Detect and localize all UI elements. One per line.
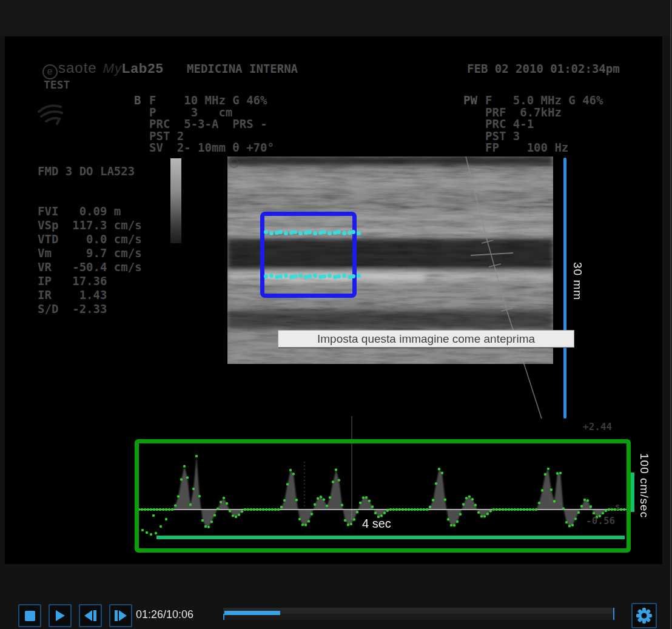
envelope-dot: [223, 497, 225, 499]
envelope-dot: [423, 508, 425, 511]
settings-button[interactable]: [631, 603, 657, 628]
cyan-dot: [342, 274, 346, 278]
envelope-dot: [529, 508, 531, 511]
envelope-dot: [414, 508, 416, 511]
envelope-dot: [295, 499, 298, 501]
time-scale-bar: [156, 536, 625, 539]
envelope-dot: [335, 468, 337, 471]
envelope-dot: [486, 513, 489, 515]
envelope-dot: [435, 482, 437, 485]
envelope-dot: [462, 503, 465, 505]
envelope-dot: [477, 511, 480, 514]
envelope-dot: [286, 483, 289, 485]
envelope-dot: [620, 508, 622, 511]
envelope-dot: [329, 496, 331, 499]
model-name: Lab25: [122, 61, 164, 76]
envelope-dot: [350, 523, 352, 525]
envelope-dot: [165, 518, 167, 520]
envelope-dot: [174, 504, 176, 506]
envelope-dot: [277, 508, 280, 511]
envelope-dot: [402, 508, 404, 511]
envelope-dot: [156, 508, 158, 511]
envelope-dot: [411, 508, 413, 511]
envelope-dot: [383, 512, 386, 514]
envelope-dot: [186, 476, 189, 479]
envelope-dot: [171, 508, 173, 511]
envelope-dot: [220, 501, 222, 503]
playback-progress-bar[interactable]: [223, 608, 614, 620]
envelope-dot: [605, 510, 607, 512]
envelope-dot: [583, 499, 586, 501]
envelope-dot: [417, 508, 419, 511]
envelope-dot: [226, 502, 228, 505]
envelope-dot: [298, 518, 301, 520]
envelope-dot: [195, 455, 198, 457]
envelope-dot: [526, 508, 528, 511]
envelope-dot: [201, 519, 204, 522]
envelope-dot: [577, 511, 580, 514]
envelope-dot: [344, 519, 346, 522]
envelope-dot: [489, 510, 492, 512]
top-bar: [0, 0, 672, 36]
next-frame-button[interactable]: [109, 604, 132, 627]
model-prefix: My: [103, 61, 122, 76]
cyan-dot: [328, 231, 332, 235]
envelope-dot: [150, 533, 152, 536]
envelope-dot: [392, 508, 395, 511]
envelope-dot: [238, 513, 240, 516]
envelope-dot: [150, 508, 152, 511]
vessel-roi-box: [260, 212, 357, 298]
cyan-dot: [328, 274, 332, 278]
step-back-bar-icon: [93, 610, 96, 621]
envelope-dot: [153, 508, 155, 511]
envelope-dot: [456, 520, 459, 523]
envelope-dot: [574, 517, 577, 520]
envelope-dot: [480, 515, 483, 517]
pw-mode-label: PW: [463, 95, 477, 107]
envelope-dot: [556, 472, 559, 474]
envelope-dot: [483, 515, 486, 517]
envelope-dot: [386, 510, 389, 512]
envelope-dot: [155, 532, 157, 534]
envelope-dot: [520, 508, 522, 511]
stop-button[interactable]: [18, 604, 41, 627]
velocity-max-label: +2.44: [583, 421, 612, 432]
envelope-dot: [532, 508, 534, 511]
envelope-dot: [301, 523, 304, 526]
step-forward-bar-icon: [115, 610, 118, 621]
play-button[interactable]: [49, 604, 72, 627]
velocity-scale-label: 100 cm/sec: [637, 453, 651, 518]
envelope-dot: [441, 471, 443, 474]
envelope-dot: [341, 503, 343, 506]
envelope-dot: [253, 508, 255, 511]
cyan-dot: [264, 274, 268, 278]
envelope-dot: [162, 508, 164, 511]
envelope-dot: [523, 508, 525, 511]
envelope-dot: [426, 508, 428, 511]
cyan-dot: [313, 231, 317, 235]
envelope-dot: [353, 518, 355, 520]
envelope-dot: [590, 505, 592, 508]
previous-frame-button[interactable]: [79, 604, 102, 627]
envelope-dot: [271, 508, 274, 511]
velocity-scale-bar: [631, 473, 634, 512]
grayscale-bar: [170, 158, 181, 243]
envelope-dot: [499, 508, 501, 511]
cyan-dot: [278, 274, 283, 278]
envelope-dot: [468, 495, 471, 497]
envelope-dot: [541, 489, 543, 491]
envelope-dot: [471, 498, 474, 500]
envelope-dot: [307, 520, 310, 522]
envelope-dot: [144, 508, 146, 511]
envelope-dot: [535, 508, 537, 511]
envelope-dot: [508, 508, 510, 511]
envelope-dot: [304, 523, 307, 526]
envelope-dot: [593, 512, 595, 514]
envelope-dot: [444, 499, 446, 501]
envelope-dot: [389, 508, 392, 511]
envelope-dot: [438, 468, 440, 470]
envelope-dot: [207, 526, 210, 528]
cyan-dot: [351, 230, 355, 234]
envelope-dot: [259, 508, 261, 511]
envelope-dot: [359, 502, 361, 504]
